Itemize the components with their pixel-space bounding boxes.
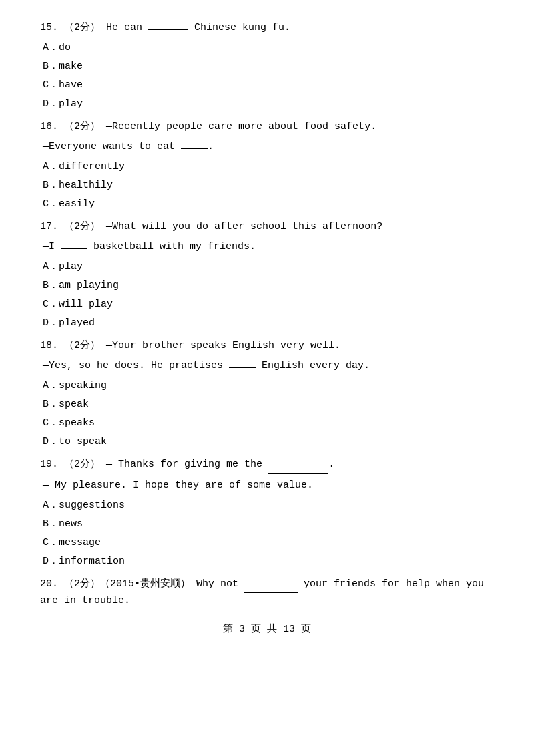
q16-option-c: C．easily <box>40 196 494 212</box>
q17-points: （2分） <box>64 221 100 232</box>
q18-option-a: A．speaking <box>40 378 494 394</box>
q15-option-b: B．make <box>40 59 494 75</box>
q15-option-d: D．play <box>40 96 494 112</box>
question-17: 17. （2分） —What will you do after school … <box>40 219 494 331</box>
q19-line1-after: . <box>328 459 334 470</box>
q15-text-before: He can <box>106 22 148 33</box>
q18-line1: —Your brother speaks English very well. <box>106 340 340 351</box>
q19-line2: — My pleasure. I hope they are of some v… <box>43 480 313 491</box>
q16-option-a: A．differently <box>40 159 494 175</box>
question-20-title: 20. （2分）（2015•贵州安顺） Why not your friends… <box>40 576 494 609</box>
page-footer: 第 3 页 共 13 页 <box>40 622 494 635</box>
question-20: 20. （2分）（2015•贵州安顺） Why not your friends… <box>40 576 494 609</box>
q16-number: 16. <box>40 121 58 132</box>
q15-text-after: Chinese kung fu. <box>188 22 290 33</box>
question-16: 16. （2分） —Recently people care more abou… <box>40 119 494 212</box>
q20-number: 20. <box>40 578 58 590</box>
q20-line1-before: Why not <box>196 578 244 590</box>
q19-line1-before: — Thanks for giving me the <box>106 459 268 470</box>
q18-option-c: C．speaks <box>40 415 494 431</box>
q16-option-b: B．healthily <box>40 178 494 194</box>
q16-blank <box>181 148 208 149</box>
q17-option-a: A．play <box>40 259 494 275</box>
q19-blank <box>268 457 328 474</box>
question-18: 18. （2分） —Your brother speaks English ve… <box>40 338 494 450</box>
q18-option-d: D．to speak <box>40 434 494 450</box>
q15-option-c: C．have <box>40 77 494 93</box>
q16-line2-after: . <box>208 141 214 152</box>
q19-option-b: B．news <box>40 516 494 532</box>
q18-blank <box>229 367 256 368</box>
q19-option-d: D．information <box>40 554 494 570</box>
q18-points: （2分） <box>64 340 100 351</box>
question-17-subtitle: —I basketball with my friends. <box>40 239 494 255</box>
q15-option-a: A．do <box>40 40 494 56</box>
q20-points: （2分）（2015•贵州安顺） <box>64 578 190 590</box>
question-19-title: 19. （2分） — Thanks for giving me the . <box>40 457 494 474</box>
q17-line2-after: basketball with my friends. <box>87 241 256 252</box>
q17-number: 17. <box>40 221 58 232</box>
q18-line2-before: —Yes, so he does. He practises <box>43 360 229 371</box>
q16-points: （2分） <box>64 121 100 132</box>
question-15: 15. （2分） He can Chinese kung fu. A．do B．… <box>40 20 494 112</box>
question-17-title: 17. （2分） —What will you do after school … <box>40 219 494 235</box>
q15-points: （2分） <box>64 22 100 33</box>
question-19: 19. （2分） — Thanks for giving me the . — … <box>40 457 494 570</box>
q17-option-c: C．will play <box>40 297 494 313</box>
q20-blank <box>244 576 298 593</box>
q17-line2-before: —I <box>43 241 61 252</box>
q15-blank <box>148 29 188 30</box>
q15-number: 15. <box>40 22 58 33</box>
q17-option-d: D．played <box>40 315 494 331</box>
q17-line1: —What will you do after school this afte… <box>106 221 382 232</box>
question-16-subtitle: —Everyone wants to eat . <box>40 139 494 155</box>
q18-line2-after: English every day. <box>256 360 370 371</box>
q17-blank <box>61 248 87 249</box>
q19-points: （2分） <box>64 459 100 470</box>
question-15-title: 15. （2分） He can Chinese kung fu. <box>40 20 494 36</box>
footer-text: 第 3 页 共 13 页 <box>223 624 311 635</box>
q16-line2-before: —Everyone wants to eat <box>43 141 181 152</box>
q19-option-c: C．message <box>40 535 494 551</box>
q18-number: 18. <box>40 340 58 351</box>
q16-line1: —Recently people care more about food sa… <box>106 121 376 132</box>
q17-option-b: B．am playing <box>40 278 494 294</box>
q19-option-a: A．suggestions <box>40 498 494 514</box>
question-16-title: 16. （2分） —Recently people care more abou… <box>40 119 494 135</box>
question-19-subtitle: — My pleasure. I hope they are of some v… <box>40 478 494 494</box>
q19-number: 19. <box>40 459 58 470</box>
question-18-title: 18. （2分） —Your brother speaks English ve… <box>40 338 494 354</box>
q18-option-b: B．speak <box>40 397 494 413</box>
question-18-subtitle: —Yes, so he does. He practises English e… <box>40 358 494 374</box>
